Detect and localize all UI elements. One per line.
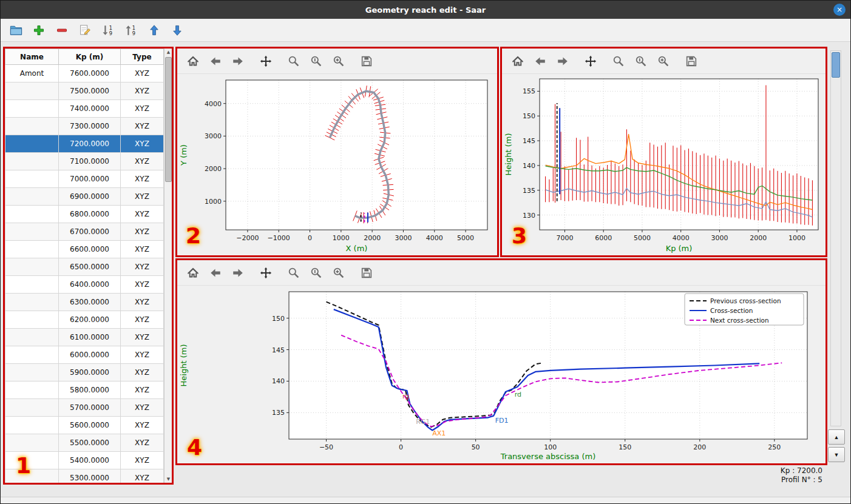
save-icon[interactable] [358, 264, 375, 281]
table-row[interactable]: 7400.0000XYZ [5, 100, 164, 118]
table-row[interactable]: 7200.0000XYZ [5, 135, 164, 153]
svg-text:−50: −50 [319, 443, 333, 451]
table-row[interactable]: 6800.0000XYZ [5, 206, 164, 223]
zoom-in-icon[interactable] [655, 53, 672, 70]
svg-text:140: 140 [272, 377, 285, 385]
window-scrollbar[interactable] [830, 50, 841, 426]
edit-profile-button[interactable] [76, 21, 94, 39]
pan-icon[interactable] [257, 53, 274, 70]
sort-ascending-button[interactable]: 19 [122, 21, 140, 39]
move-profile-up-button[interactable] [145, 21, 163, 39]
zoom-in-icon[interactable] [330, 53, 347, 70]
table-row[interactable]: 6100.0000XYZ [5, 329, 164, 346]
table-row[interactable]: 5600.0000XYZ [5, 417, 164, 434]
table-row[interactable]: 6600.0000XYZ [5, 241, 164, 258]
plan-view-plot[interactable]: −2000−1000010002000300040005000100020003… [177, 74, 497, 255]
table-row[interactable]: 6200.0000XYZ [5, 311, 164, 329]
svg-text:150: 150 [523, 112, 535, 120]
pan-icon[interactable] [582, 53, 599, 70]
zoom-icon[interactable] [610, 53, 627, 70]
previous-profile-button[interactable]: ▲ [828, 429, 845, 445]
svg-text:3000: 3000 [395, 234, 412, 242]
status-bar [1, 497, 850, 503]
svg-text:1000: 1000 [205, 198, 222, 206]
svg-text:130: 130 [523, 212, 535, 220]
table-scrollbar-thumb[interactable] [165, 57, 172, 182]
sort-descending-button[interactable]: 19 [99, 21, 117, 39]
table-row[interactable]: 7100.0000XYZ [5, 153, 164, 170]
table-row[interactable]: 6000.0000XYZ [5, 346, 164, 364]
kp-readout: Kp : 7200.0 [781, 466, 822, 475]
add-profile-button[interactable] [30, 21, 48, 39]
back-icon[interactable] [532, 53, 549, 70]
move-profile-down-button[interactable] [168, 21, 186, 39]
table-row[interactable]: 6400.0000XYZ [5, 276, 164, 294]
save-icon[interactable] [683, 53, 700, 70]
back-icon[interactable] [207, 53, 224, 70]
table-row[interactable]: 5700.0000XYZ [5, 399, 164, 417]
table-row[interactable]: 5900.0000XYZ [5, 364, 164, 381]
table-row[interactable]: 6500.0000XYZ [5, 258, 164, 276]
zoom-in-icon[interactable] [330, 264, 347, 281]
open-file-button[interactable] [7, 21, 25, 39]
window-scrollbar-thumb[interactable] [832, 52, 840, 78]
svg-text:1000: 1000 [788, 234, 805, 242]
svg-text:135: 135 [523, 187, 535, 195]
annotation-3: 3 [512, 225, 527, 247]
longitudinal-profile-plot[interactable]: 7000600050004000300020001000130135140145… [502, 74, 826, 255]
svg-text:0: 0 [308, 234, 312, 242]
table-row[interactable]: 7500.0000XYZ [5, 82, 164, 100]
cross-section-plot[interactable]: rgrdFD1AX1RG1Previous cross-sectionCross… [177, 286, 826, 463]
profil-number-readout: Profil N° : 5 [781, 475, 822, 485]
svg-text:Next cross-section: Next cross-section [710, 317, 769, 324]
zoom-axes-icon[interactable] [308, 53, 325, 70]
save-icon[interactable] [358, 53, 375, 70]
svg-text:7000: 7000 [556, 234, 573, 242]
zoom-icon[interactable] [285, 53, 302, 70]
zoom-axes-icon[interactable] [632, 53, 649, 70]
svg-text:3000: 3000 [205, 132, 222, 140]
point-label-rg: rg [402, 392, 409, 400]
svg-text:Height (m): Height (m) [179, 344, 188, 387]
close-button[interactable]: × [833, 4, 846, 16]
next-profile-button[interactable]: ▼ [828, 447, 845, 462]
svg-text:100: 100 [544, 443, 557, 451]
table-scrollbar[interactable]: ▲ ▼ [164, 49, 172, 483]
plan-plot-toolbar [177, 49, 497, 74]
svg-text:200: 200 [693, 443, 706, 451]
svg-text:Cross-section: Cross-section [710, 307, 753, 314]
table-row[interactable]: 6700.0000XYZ [5, 223, 164, 241]
delete-profile-button[interactable] [53, 21, 71, 39]
table-row[interactable]: Amont7600.0000XYZ [5, 65, 164, 82]
annotation-2: 2 [186, 225, 201, 247]
table-row[interactable]: 6300.0000XYZ [5, 294, 164, 311]
forward-icon[interactable] [229, 53, 246, 70]
svg-text:5000: 5000 [457, 234, 474, 242]
table-row[interactable]: 5800.0000XYZ [5, 381, 164, 399]
back-icon[interactable] [207, 264, 224, 281]
col-header-name: Name [5, 49, 59, 65]
table-row[interactable]: 5500.0000XYZ [5, 434, 164, 452]
svg-text:6000: 6000 [595, 234, 612, 242]
table-row[interactable]: 6900.0000XYZ [5, 188, 164, 206]
forward-icon[interactable] [229, 264, 246, 281]
table-row[interactable]: 7300.0000XYZ [5, 118, 164, 135]
svg-text:150: 150 [619, 443, 631, 451]
table-header-row: Name Kp (m) Type [5, 49, 164, 65]
profiles-table-panel: Name Kp (m) Type Amont7600.0000XYZ7500.0… [3, 47, 174, 485]
forward-icon[interactable] [554, 53, 571, 70]
svg-text:2000: 2000 [205, 165, 222, 173]
home-icon[interactable] [509, 53, 526, 70]
zoom-axes-icon[interactable] [308, 264, 325, 281]
table-row[interactable]: 7000.0000XYZ [5, 170, 164, 188]
point-label-FD1: FD1 [495, 417, 509, 425]
table-scroll-down-icon[interactable]: ▼ [164, 477, 172, 482]
svg-text:3000: 3000 [711, 234, 728, 242]
profiles-table-wrap: Name Kp (m) Type Amont7600.0000XYZ7500.0… [5, 49, 172, 483]
home-icon[interactable] [185, 264, 202, 281]
zoom-icon[interactable] [285, 264, 302, 281]
table-scroll-up-icon[interactable]: ▲ [164, 50, 172, 55]
home-icon[interactable] [185, 53, 202, 70]
svg-text:145: 145 [523, 137, 535, 145]
pan-icon[interactable] [257, 264, 274, 281]
